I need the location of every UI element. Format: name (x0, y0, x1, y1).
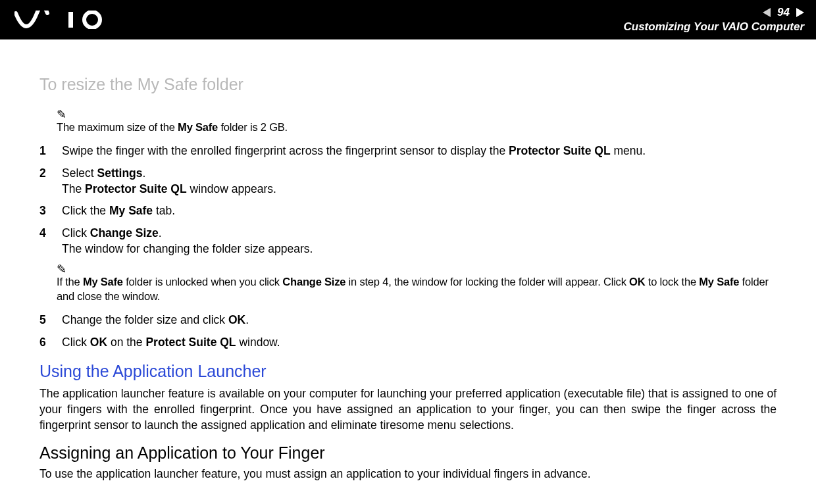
step-number: 1 (39, 143, 51, 159)
text: on the (107, 336, 145, 349)
step-number: 2 (39, 166, 51, 182)
next-page-arrow-icon[interactable] (796, 8, 804, 17)
vaio-logo (14, 11, 113, 29)
section-title-resize: To resize the My Safe folder (39, 75, 777, 94)
text: . (159, 226, 162, 239)
step-3: 3 Click the My Safe tab. (39, 203, 777, 219)
page-number: 94 (775, 6, 792, 19)
text: The window for changing the folder size … (62, 242, 313, 255)
text: Swipe the finger with the enrolled finge… (62, 144, 509, 157)
step-number: 5 (39, 313, 51, 328)
text: to lock the (645, 276, 699, 288)
svg-rect-0 (68, 12, 73, 28)
text-bold: My Safe (109, 204, 153, 217)
text: The (62, 182, 85, 195)
step-text: Click Change Size. The window for changi… (62, 226, 777, 257)
pencil-icon: ✎ (57, 109, 777, 120)
step-number: 3 (39, 203, 51, 219)
step-text: Select Settings. The Protector Suite QL … (62, 166, 777, 197)
section-title-assign: Assigning an Application to Your Finger (39, 443, 777, 463)
text-bold: Change Size (90, 226, 159, 239)
step-text: Swipe the finger with the enrolled finge… (62, 143, 777, 159)
text-bold: OK (228, 313, 245, 326)
text: in step 4, the window for locking the fo… (345, 276, 629, 288)
text: Change the folder size and click (62, 313, 228, 326)
svg-point-1 (84, 12, 100, 28)
text: window appears. (187, 182, 276, 195)
prev-page-arrow-icon[interactable] (763, 8, 771, 17)
step-6: 6 Click OK on the Protect Suite QL windo… (39, 335, 777, 351)
text: Click the (62, 204, 109, 217)
text: The maximum size of the (57, 121, 178, 133)
text: Select (62, 166, 97, 180)
text: folder is 2 GB. (218, 121, 288, 133)
text: Click (62, 336, 90, 349)
step-text: Click OK on the Protect Suite QL window. (62, 335, 777, 351)
text-bold: Protector Suite QL (509, 144, 611, 157)
text: Click (62, 226, 90, 239)
text-bold: My Safe (699, 276, 739, 288)
text-bold: My Safe (178, 121, 218, 133)
note-text: If the My Safe folder is unlocked when y… (57, 275, 777, 303)
header-right: 94 Customizing Your VAIO Computer (623, 6, 804, 34)
text-bold: OK (90, 336, 107, 349)
text-bold: OK (629, 276, 645, 288)
text: If the (57, 276, 83, 288)
paragraph: The application launcher feature is avai… (39, 386, 777, 433)
page-content: To resize the My Safe folder ✎ The maxim… (0, 39, 816, 482)
paragraph: To use the application launcher feature,… (39, 466, 777, 482)
text: tab. (153, 204, 175, 217)
step-text: Change the folder size and click OK. (62, 313, 777, 328)
step-number: 6 (39, 335, 51, 351)
step-2: 2 Select Settings. The Protector Suite Q… (39, 166, 777, 197)
step-text: Click the My Safe tab. (62, 203, 777, 219)
text: menu. (611, 144, 646, 157)
text: folder is unlocked when you click (123, 276, 282, 288)
step-1: 1 Swipe the finger with the enrolled fin… (39, 143, 777, 159)
text: window. (236, 336, 280, 349)
text-bold: Protect Suite QL (145, 336, 236, 349)
note-block: ✎ If the My Safe folder is unlocked when… (39, 263, 777, 303)
text: . (143, 166, 146, 180)
pencil-icon: ✎ (57, 263, 777, 275)
step-4: 4 Click Change Size. The window for chan… (39, 226, 777, 257)
text-bold: Change Size (282, 276, 345, 288)
note-block: ✎ The maximum size of the My Safe folder… (39, 109, 777, 134)
section-title-launcher: Using the Application Launcher (39, 362, 777, 381)
text-bold: My Safe (83, 276, 123, 288)
page-header: 94 Customizing Your VAIO Computer (0, 0, 816, 39)
note-text: The maximum size of the My Safe folder i… (57, 120, 777, 134)
text-bold: Settings (97, 166, 143, 180)
step-5: 5 Change the folder size and click OK. (39, 313, 777, 328)
text: . (245, 313, 249, 326)
text-bold: Protector Suite QL (85, 182, 187, 195)
step-number: 4 (39, 226, 51, 241)
breadcrumb: Customizing Your VAIO Computer (623, 20, 804, 34)
